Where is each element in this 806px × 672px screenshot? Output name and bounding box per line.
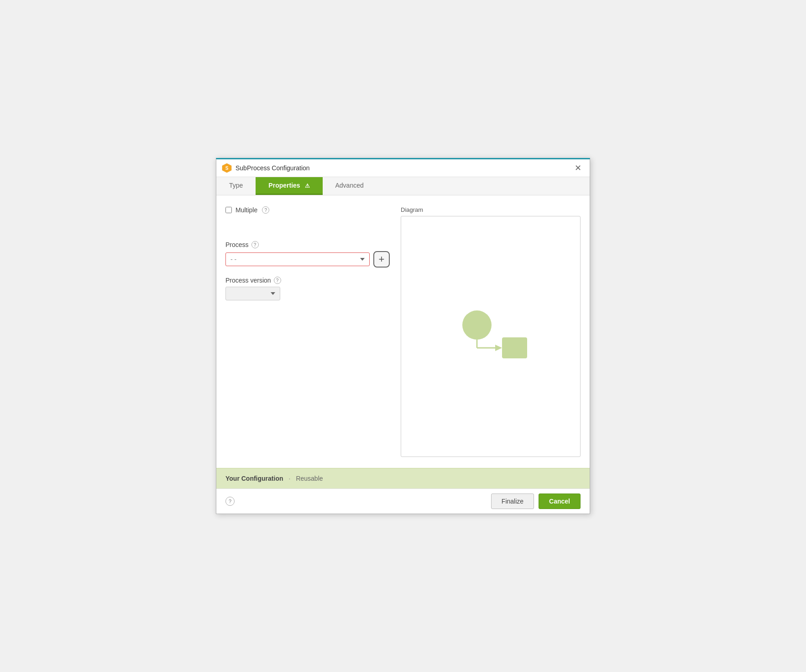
process-version-select[interactable] [225, 287, 280, 300]
config-title: Your Configuration [225, 475, 283, 482]
action-buttons: Finalize Cancel [491, 493, 581, 509]
config-separator: · [289, 475, 291, 482]
bottom-bar: ? Finalize Cancel [216, 488, 590, 514]
process-input-row: - - + [225, 251, 390, 268]
multiple-label: Multiple [236, 206, 257, 214]
add-process-button[interactable]: + [373, 251, 390, 268]
tab-type[interactable]: Type [216, 177, 256, 195]
process-label-row: Process ? [225, 241, 390, 248]
main-content: Multiple ? Process ? - - + [216, 195, 590, 468]
tabs-bar: Type Properties ⚠ Advanced [216, 177, 590, 195]
diagram-label: Diagram [401, 206, 581, 213]
app-icon: S [222, 163, 232, 173]
diagram-box [401, 216, 581, 457]
left-panel: Multiple ? Process ? - - + [225, 206, 390, 457]
title-bar-left: S SubProcess Configuration [222, 163, 310, 173]
process-select[interactable]: - - [225, 252, 370, 266]
process-field-group: Process ? - - + [225, 241, 390, 268]
tab-properties[interactable]: Properties ⚠ [256, 177, 322, 195]
tab-advanced[interactable]: Advanced [323, 177, 377, 195]
process-version-label-row: Process version ? [225, 277, 390, 284]
svg-marker-5 [495, 345, 502, 351]
title-bar: S SubProcess Configuration ✕ [216, 159, 590, 177]
process-version-field-group: Process version ? [225, 277, 390, 300]
process-version-label: Process version [225, 277, 271, 284]
right-panel: Diagram [401, 206, 581, 457]
diagram-svg [445, 300, 536, 373]
multiple-checkbox[interactable] [225, 207, 232, 213]
close-button[interactable]: ✕ [572, 163, 584, 173]
bottom-help-icon[interactable]: ? [225, 497, 235, 506]
multiple-row: Multiple ? [225, 206, 390, 214]
svg-point-2 [462, 310, 492, 340]
config-bar: Your Configuration · Reusable [216, 468, 590, 488]
tab-warning-icon: ⚠ [305, 183, 310, 189]
multiple-help-icon: ? [262, 206, 269, 214]
finalize-button[interactable]: Finalize [491, 493, 534, 509]
dialog-title: SubProcess Configuration [236, 164, 310, 172]
process-help-icon: ? [251, 241, 259, 248]
cancel-button[interactable]: Cancel [539, 493, 581, 509]
process-label: Process [225, 241, 249, 248]
svg-text:S: S [225, 166, 229, 171]
svg-rect-6 [502, 337, 527, 358]
config-type: Reusable [296, 475, 323, 482]
subprocess-dialog: S SubProcess Configuration ✕ Type Proper… [216, 158, 590, 514]
process-version-help-icon: ? [274, 277, 281, 284]
